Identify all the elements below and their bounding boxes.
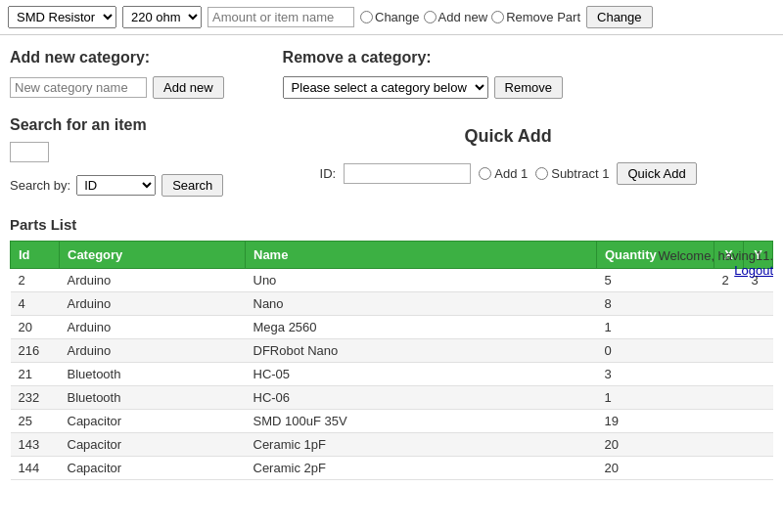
cell-name: HC-06: [246, 386, 597, 410]
radio-add-new-text: Add new: [438, 10, 488, 24]
radio-change-text: Change: [375, 10, 420, 24]
search-by-label: Search by:: [10, 178, 70, 193]
cell-id: 25: [11, 410, 60, 433]
col-name: Name: [246, 242, 597, 269]
cell-x: [714, 363, 744, 386]
cell-id: 21: [11, 363, 60, 386]
add-new-button[interactable]: Add new: [153, 76, 224, 99]
radio-change[interactable]: [360, 11, 373, 23]
cell-id: 144: [11, 457, 60, 480]
cell-x: [714, 316, 744, 339]
cell-x: [714, 433, 744, 457]
radio-add-new-label[interactable]: Add new: [424, 10, 488, 24]
radio-add1-label[interactable]: Add 1: [479, 166, 528, 181]
top-bar: SMD ResistorArduinoBluetoothCapacitor 22…: [0, 0, 783, 35]
quickadd-panel: Quick Add ID: Add 1 Subtract 1 Quick Add: [243, 116, 773, 197]
cell-category: Arduino: [60, 269, 246, 292]
cell-x: [714, 386, 744, 410]
table-row: 144CapacitorCeramic 2pF20: [11, 457, 773, 480]
cell-y: [744, 410, 773, 433]
cell-name: DFRobot Nano: [246, 339, 597, 363]
remove-category-select[interactable]: Please select a category below: [283, 76, 488, 99]
cell-x: [714, 410, 744, 433]
cell-quantity: 1: [597, 386, 714, 410]
cell-id: 4: [11, 292, 60, 316]
cell-category: Bluetooth: [60, 386, 246, 410]
quickadd-id-input[interactable]: [344, 163, 471, 184]
cell-y: [744, 292, 773, 316]
cell-y: [744, 339, 773, 363]
radio-add1[interactable]: [479, 167, 491, 180]
cell-id: 143: [11, 433, 60, 457]
cell-name: Uno: [246, 269, 597, 292]
value-select[interactable]: 220 ohm1k ohm10k ohm: [122, 6, 202, 28]
radio-subtract1-label[interactable]: Subtract 1: [535, 166, 609, 181]
quickadd-button[interactable]: Quick Add: [617, 162, 696, 185]
welcome-text: Welcome, having11.: [658, 248, 773, 263]
cell-y: [744, 363, 773, 386]
quickadd-title: Quick Add: [243, 126, 773, 147]
cell-name: Nano: [246, 292, 597, 316]
item-input[interactable]: [207, 7, 354, 27]
table-row: 25CapacitorSMD 100uF 35V19: [11, 410, 773, 433]
search-input[interactable]: [10, 142, 49, 162]
cell-id: 232: [11, 386, 60, 410]
search-button[interactable]: Search: [161, 174, 223, 197]
parts-list-title: Parts List: [10, 216, 773, 233]
cell-name: Ceramic 2pF: [246, 457, 597, 480]
radio-subtract1-text: Subtract 1: [551, 166, 609, 181]
table-row: 232BluetoothHC-061: [11, 386, 773, 410]
cell-name: HC-05: [246, 363, 597, 386]
radio-remove-text: Remove Part: [506, 10, 580, 24]
search-title: Search for an item: [10, 116, 223, 134]
change-button[interactable]: Change: [586, 6, 653, 28]
radio-remove-label[interactable]: Remove Part: [491, 10, 580, 24]
add-category-row: Add new: [10, 76, 224, 99]
cell-quantity: 20: [597, 457, 714, 480]
logout-link[interactable]: Logout: [734, 263, 773, 278]
add-category-title: Add new category:: [10, 49, 224, 66]
parts-tbody: 2ArduinoUno5234ArduinoNano820ArduinoMega…: [11, 269, 773, 480]
radio-add-new[interactable]: [424, 11, 437, 23]
radio-change-label[interactable]: Change: [360, 10, 420, 24]
cell-x: [714, 292, 744, 316]
cell-id: 216: [11, 339, 60, 363]
cell-name: Ceramic 1pF: [246, 433, 597, 457]
cell-category: Capacitor: [60, 433, 246, 457]
parts-section: Parts List Id Category Name Quantity X Y…: [0, 197, 783, 490]
cell-name: SMD 100uF 35V: [246, 410, 597, 433]
welcome-block: Welcome, having11. Logout: [658, 248, 773, 278]
cell-id: 20: [11, 316, 60, 339]
cell-category: Arduino: [60, 316, 246, 339]
remove-category-block: Remove a category: Please select a categ…: [283, 49, 563, 99]
cell-quantity: 1: [597, 316, 714, 339]
cell-quantity: 19: [597, 410, 714, 433]
cell-y: [744, 386, 773, 410]
radio-subtract1[interactable]: [535, 167, 548, 180]
table-row: 4ArduinoNano8: [11, 292, 773, 316]
col-category: Category: [60, 242, 246, 269]
table-row: 143CapacitorCeramic 1pF20: [11, 433, 773, 457]
cell-category: Arduino: [60, 339, 246, 363]
id-label: ID:: [320, 166, 337, 181]
cell-x: [714, 339, 744, 363]
col-id: Id: [11, 242, 60, 269]
cell-y: [744, 457, 773, 480]
cell-category: Capacitor: [60, 457, 246, 480]
category-select[interactable]: SMD ResistorArduinoBluetoothCapacitor: [8, 6, 116, 28]
quickadd-row: ID: Add 1 Subtract 1 Quick Add: [243, 162, 773, 185]
search-quickadd-section: Search for an item Search by: IDNameCate…: [0, 107, 783, 197]
cell-x: [714, 457, 744, 480]
remove-button[interactable]: Remove: [494, 76, 563, 99]
cell-quantity: 20: [597, 433, 714, 457]
search-by-select[interactable]: IDNameCategory: [76, 175, 156, 196]
table-row: 20ArduinoMega 25601: [11, 316, 773, 339]
new-category-input[interactable]: [10, 77, 147, 98]
cell-quantity: 8: [597, 292, 714, 316]
cell-name: Mega 2560: [246, 316, 597, 339]
search-panel: Search for an item Search by: IDNameCate…: [10, 116, 223, 197]
category-section: Add new category: Add new Remove a categ…: [0, 35, 783, 107]
add-category-block: Add new category: Add new: [10, 49, 224, 99]
radio-remove[interactable]: [491, 11, 504, 23]
cell-y: [744, 316, 773, 339]
